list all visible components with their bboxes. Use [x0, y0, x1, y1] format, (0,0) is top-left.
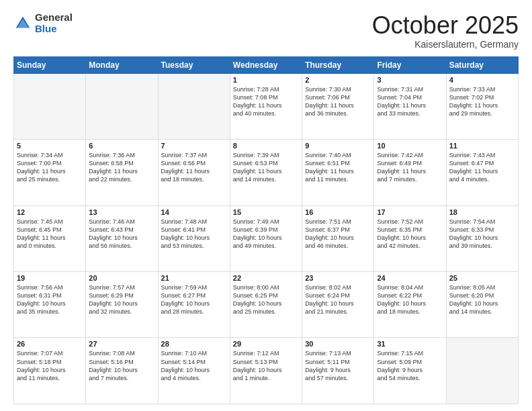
- day-info: Sunrise: 8:00 AM Sunset: 6:25 PM Dayligh…: [233, 283, 299, 316]
- day-number: 21: [161, 274, 227, 282]
- day-number: 28: [161, 340, 227, 348]
- day-number: 27: [89, 340, 154, 348]
- logo-icon: [13, 14, 32, 33]
- day-info: Sunrise: 7:59 AM Sunset: 6:27 PM Dayligh…: [161, 283, 227, 316]
- calendar-week-row: 19Sunrise: 7:56 AM Sunset: 6:31 PM Dayli…: [14, 272, 519, 338]
- calendar-cell: 27Sunrise: 7:08 AM Sunset: 5:16 PM Dayli…: [86, 338, 158, 404]
- day-info: Sunrise: 7:08 AM Sunset: 5:16 PM Dayligh…: [89, 349, 154, 382]
- logo-general-text: General: [35, 12, 73, 24]
- day-info: Sunrise: 7:57 AM Sunset: 6:29 PM Dayligh…: [89, 283, 154, 316]
- calendar-cell: 30Sunrise: 7:13 AM Sunset: 5:11 PM Dayli…: [302, 338, 374, 404]
- calendar-cell: 24Sunrise: 8:04 AM Sunset: 6:22 PM Dayli…: [374, 272, 446, 338]
- day-info: Sunrise: 7:28 AM Sunset: 7:08 PM Dayligh…: [233, 85, 299, 118]
- day-info: Sunrise: 7:15 AM Sunset: 5:09 PM Dayligh…: [377, 349, 443, 382]
- logo-blue-text: Blue: [35, 24, 73, 35]
- day-info: Sunrise: 7:36 AM Sunset: 6:58 PM Dayligh…: [89, 151, 154, 184]
- day-info: Sunrise: 8:05 AM Sunset: 6:20 PM Dayligh…: [449, 283, 515, 316]
- calendar-cell: 7Sunrise: 7:37 AM Sunset: 6:56 PM Daylig…: [158, 140, 230, 205]
- day-number: 30: [305, 340, 371, 348]
- calendar-cell: 28Sunrise: 7:10 AM Sunset: 5:14 PM Dayli…: [158, 338, 230, 404]
- calendar-cell: 4Sunrise: 7:33 AM Sunset: 7:02 PM Daylig…: [446, 73, 518, 139]
- calendar-cell: [158, 73, 230, 139]
- day-info: Sunrise: 7:51 AM Sunset: 6:37 PM Dayligh…: [305, 218, 371, 250]
- day-info: Sunrise: 7:48 AM Sunset: 6:41 PM Dayligh…: [161, 218, 227, 250]
- day-number: 25: [449, 274, 515, 282]
- day-number: 8: [233, 142, 299, 150]
- location-subtitle: Kaiserslautern, Germany: [372, 39, 519, 50]
- day-info: Sunrise: 7:43 AM Sunset: 6:47 PM Dayligh…: [449, 151, 515, 184]
- day-number: 14: [161, 208, 227, 216]
- day-number: 24: [377, 274, 443, 282]
- day-info: Sunrise: 7:12 AM Sunset: 5:13 PM Dayligh…: [233, 349, 299, 382]
- calendar-cell: 18Sunrise: 7:54 AM Sunset: 6:33 PM Dayli…: [446, 205, 518, 271]
- day-number: 5: [17, 142, 83, 150]
- weekday-header-wednesday: Wednesday: [230, 56, 302, 73]
- day-number: 15: [233, 208, 299, 216]
- header: General Blue October 2025 Kaiserslautern…: [13, 12, 519, 50]
- weekday-header-row: SundayMondayTuesdayWednesdayThursdayFrid…: [14, 56, 519, 73]
- calendar-cell: 17Sunrise: 7:52 AM Sunset: 6:35 PM Dayli…: [374, 205, 446, 271]
- calendar-cell: 2Sunrise: 7:30 AM Sunset: 7:06 PM Daylig…: [302, 73, 374, 139]
- day-number: 16: [305, 208, 371, 216]
- day-info: Sunrise: 7:40 AM Sunset: 6:51 PM Dayligh…: [305, 151, 371, 184]
- calendar-cell: 8Sunrise: 7:39 AM Sunset: 6:53 PM Daylig…: [230, 140, 302, 205]
- calendar-cell: 1Sunrise: 7:28 AM Sunset: 7:08 PM Daylig…: [230, 73, 302, 139]
- day-info: Sunrise: 7:07 AM Sunset: 5:18 PM Dayligh…: [17, 349, 83, 382]
- weekday-header-saturday: Saturday: [446, 56, 518, 73]
- day-number: 19: [17, 274, 83, 282]
- calendar-cell: 14Sunrise: 7:48 AM Sunset: 6:41 PM Dayli…: [158, 205, 230, 271]
- day-number: 7: [161, 142, 227, 150]
- day-number: 23: [305, 274, 371, 282]
- calendar-cell: 10Sunrise: 7:42 AM Sunset: 6:49 PM Dayli…: [374, 140, 446, 205]
- day-info: Sunrise: 7:45 AM Sunset: 6:45 PM Dayligh…: [17, 218, 83, 250]
- day-info: Sunrise: 7:34 AM Sunset: 7:00 PM Dayligh…: [17, 151, 83, 184]
- logo: General Blue: [13, 12, 73, 34]
- calendar-week-row: 1Sunrise: 7:28 AM Sunset: 7:08 PM Daylig…: [14, 73, 519, 139]
- day-number: 18: [449, 208, 515, 216]
- calendar-week-row: 26Sunrise: 7:07 AM Sunset: 5:18 PM Dayli…: [14, 338, 519, 404]
- calendar-cell: 3Sunrise: 7:31 AM Sunset: 7:04 PM Daylig…: [374, 73, 446, 139]
- day-number: 22: [233, 274, 299, 282]
- day-number: 13: [89, 208, 154, 216]
- calendar-cell: [446, 338, 518, 404]
- calendar-cell: 29Sunrise: 7:12 AM Sunset: 5:13 PM Dayli…: [230, 338, 302, 404]
- calendar-cell: 23Sunrise: 8:02 AM Sunset: 6:24 PM Dayli…: [302, 272, 374, 338]
- page: General Blue October 2025 Kaiserslautern…: [0, 0, 532, 411]
- calendar-cell: 9Sunrise: 7:40 AM Sunset: 6:51 PM Daylig…: [302, 140, 374, 205]
- calendar-cell: 5Sunrise: 7:34 AM Sunset: 7:00 PM Daylig…: [14, 140, 86, 205]
- day-info: Sunrise: 7:39 AM Sunset: 6:53 PM Dayligh…: [233, 151, 299, 184]
- day-number: 26: [17, 340, 83, 348]
- calendar-table: SundayMondayTuesdayWednesdayThursdayFrid…: [13, 56, 519, 404]
- day-number: 9: [305, 142, 371, 150]
- day-number: 1: [233, 76, 299, 84]
- day-number: 2: [305, 76, 371, 84]
- calendar-week-row: 5Sunrise: 7:34 AM Sunset: 7:00 PM Daylig…: [14, 140, 519, 205]
- day-number: 12: [17, 208, 83, 216]
- calendar-cell: 15Sunrise: 7:49 AM Sunset: 6:39 PM Dayli…: [230, 205, 302, 271]
- weekday-header-tuesday: Tuesday: [158, 56, 230, 73]
- day-info: Sunrise: 7:31 AM Sunset: 7:04 PM Dayligh…: [377, 85, 443, 118]
- day-info: Sunrise: 7:37 AM Sunset: 6:56 PM Dayligh…: [161, 151, 227, 184]
- calendar-cell: 31Sunrise: 7:15 AM Sunset: 5:09 PM Dayli…: [374, 338, 446, 404]
- calendar-cell: [14, 73, 86, 139]
- calendar-cell: 13Sunrise: 7:46 AM Sunset: 6:43 PM Dayli…: [86, 205, 158, 271]
- calendar-cell: 21Sunrise: 7:59 AM Sunset: 6:27 PM Dayli…: [158, 272, 230, 338]
- day-number: 29: [233, 340, 299, 348]
- calendar-cell: 12Sunrise: 7:45 AM Sunset: 6:45 PM Dayli…: [14, 205, 86, 271]
- title-block: October 2025 Kaiserslautern, Germany: [372, 12, 519, 50]
- day-info: Sunrise: 7:54 AM Sunset: 6:33 PM Dayligh…: [449, 218, 515, 250]
- month-title: October 2025: [372, 12, 519, 39]
- day-number: 31: [377, 340, 443, 348]
- calendar-week-row: 12Sunrise: 7:45 AM Sunset: 6:45 PM Dayli…: [14, 205, 519, 271]
- day-info: Sunrise: 7:30 AM Sunset: 7:06 PM Dayligh…: [305, 85, 371, 118]
- day-info: Sunrise: 7:33 AM Sunset: 7:02 PM Dayligh…: [449, 85, 515, 118]
- day-number: 20: [89, 274, 154, 282]
- day-info: Sunrise: 8:02 AM Sunset: 6:24 PM Dayligh…: [305, 283, 371, 316]
- day-info: Sunrise: 7:13 AM Sunset: 5:11 PM Dayligh…: [305, 349, 371, 382]
- day-info: Sunrise: 7:10 AM Sunset: 5:14 PM Dayligh…: [161, 349, 227, 382]
- calendar-cell: 25Sunrise: 8:05 AM Sunset: 6:20 PM Dayli…: [446, 272, 518, 338]
- logo-text: General Blue: [35, 12, 73, 34]
- day-info: Sunrise: 7:46 AM Sunset: 6:43 PM Dayligh…: [89, 218, 154, 250]
- calendar-cell: 19Sunrise: 7:56 AM Sunset: 6:31 PM Dayli…: [14, 272, 86, 338]
- day-number: 3: [377, 76, 443, 84]
